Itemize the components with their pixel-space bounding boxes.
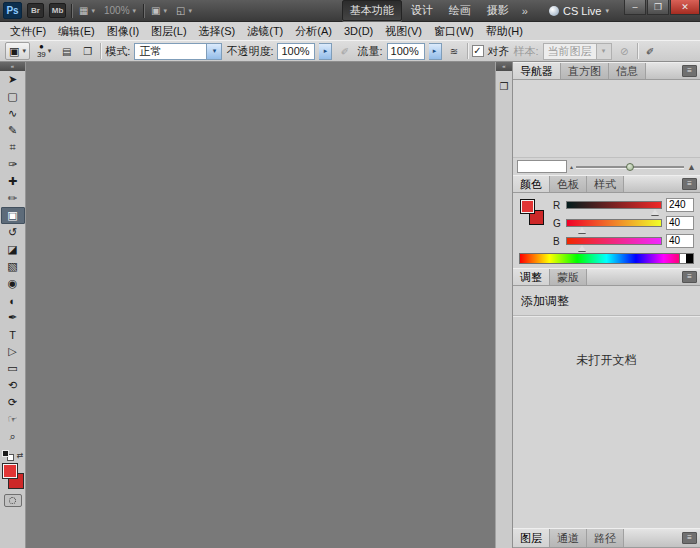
slider-thumb[interactable] bbox=[578, 227, 586, 233]
menu-3d[interactable]: 3D(D) bbox=[338, 23, 379, 39]
photoshop-logo[interactable]: Ps bbox=[3, 2, 22, 19]
tab-histogram[interactable]: 直方图 bbox=[561, 63, 609, 79]
color-ramp-black[interactable] bbox=[686, 254, 693, 263]
tab-masks[interactable]: 蒙版 bbox=[550, 269, 587, 285]
tool-rectangle-shape[interactable]: ▭ bbox=[1, 360, 25, 377]
workspace-overflow-button[interactable]: » bbox=[518, 5, 532, 17]
quick-mask-button[interactable] bbox=[4, 494, 22, 507]
slider-thumb[interactable] bbox=[651, 209, 659, 215]
tab-layers[interactable]: 图层 bbox=[513, 529, 550, 547]
opacity-field[interactable]: 100% bbox=[277, 43, 315, 60]
toggle-brush-panel-button[interactable]: ▤ bbox=[58, 43, 75, 60]
menu-view[interactable]: 视图(V) bbox=[379, 23, 428, 39]
sample-select[interactable]: 当前图层 ▾ bbox=[543, 43, 612, 60]
tab-styles[interactable]: 样式 bbox=[587, 176, 624, 192]
tab-navigator[interactable]: 导航器 bbox=[513, 63, 561, 79]
channel-g-value[interactable]: 40 bbox=[666, 216, 694, 230]
panel-menu-icon[interactable]: ≡ bbox=[682, 532, 697, 544]
cs-live-button[interactable]: CS Live ▾ bbox=[549, 5, 609, 17]
tab-paths[interactable]: 路径 bbox=[587, 529, 624, 547]
opacity-pressure-icon[interactable]: ✐ bbox=[336, 43, 353, 60]
slider-thumb[interactable] bbox=[626, 163, 634, 171]
tool-clone-stamp[interactable]: ▣ bbox=[1, 207, 25, 224]
toggle-clone-source-panel-button[interactable]: ❐ bbox=[79, 43, 96, 60]
menu-image[interactable]: 图像(I) bbox=[101, 23, 145, 39]
menu-edit[interactable]: 编辑(E) bbox=[52, 23, 101, 39]
minimize-button[interactable]: – bbox=[624, 0, 646, 15]
view-extras-button[interactable]: ▦ ▾ bbox=[77, 4, 97, 17]
tool-blur[interactable]: ◉ bbox=[1, 275, 25, 292]
tool-spot-healing-brush[interactable]: ✚ bbox=[1, 173, 25, 190]
tab-info[interactable]: 信息 bbox=[609, 63, 646, 79]
tool-move[interactable]: ➤ bbox=[1, 71, 25, 88]
blend-mode-select[interactable]: 正常 ▾ bbox=[134, 43, 222, 60]
flow-field[interactable]: 100% bbox=[387, 43, 425, 60]
ignore-adjustment-layers-icon[interactable]: ⊘ bbox=[616, 43, 633, 60]
airbrush-icon[interactable]: ≋ bbox=[446, 43, 463, 60]
default-colors-button[interactable] bbox=[2, 450, 14, 461]
menu-help[interactable]: 帮助(H) bbox=[480, 23, 529, 39]
color-ramp-white[interactable] bbox=[679, 254, 686, 263]
tool-rectangular-marquee[interactable]: ▢ bbox=[1, 88, 25, 105]
tool-pen[interactable]: ✒ bbox=[1, 309, 25, 326]
screen-mode-button[interactable]: ◱ ▾ bbox=[174, 4, 194, 17]
tab-adjustments[interactable]: 调整 bbox=[513, 269, 550, 285]
tool-crop[interactable]: ⌗ bbox=[1, 139, 25, 156]
foreground-color-swatch[interactable] bbox=[2, 463, 18, 479]
chevron-down-icon[interactable]: ▾ bbox=[206, 44, 221, 59]
flow-slider-button[interactable]: ▸ bbox=[429, 43, 442, 60]
tool-eyedropper[interactable]: ✑ bbox=[1, 156, 25, 173]
aligned-checkbox[interactable]: ✓ bbox=[472, 45, 484, 57]
channel-b-value[interactable]: 40 bbox=[666, 234, 694, 248]
tool-quick-selection[interactable]: ✎ bbox=[1, 122, 25, 139]
panel-menu-icon[interactable]: ≡ bbox=[682, 178, 697, 190]
foreground-color-swatch[interactable] bbox=[520, 199, 535, 214]
bridge-icon[interactable]: Br bbox=[27, 3, 44, 18]
mini-bridge-icon[interactable]: Mb bbox=[49, 3, 66, 18]
workspace-painting[interactable]: 绘画 bbox=[442, 1, 478, 20]
channel-g-slider[interactable] bbox=[566, 219, 662, 227]
tool-type[interactable]: T bbox=[1, 326, 25, 343]
tab-color[interactable]: 颜色 bbox=[513, 176, 550, 192]
menu-window[interactable]: 窗口(W) bbox=[428, 23, 480, 39]
channel-r-slider[interactable] bbox=[566, 201, 662, 209]
tool-lasso[interactable]: ∿ bbox=[1, 105, 25, 122]
maximize-button[interactable]: ❐ bbox=[647, 0, 669, 15]
workspace-design[interactable]: 设计 bbox=[404, 1, 440, 20]
tool-path-selection[interactable]: ▷ bbox=[1, 343, 25, 360]
menu-file[interactable]: 文件(F) bbox=[4, 23, 52, 39]
tool-zoom[interactable]: ⌕ bbox=[1, 428, 25, 445]
swap-colors-button[interactable]: ⇄ bbox=[17, 451, 24, 460]
brush-preset-picker[interactable]: ● 39 ▾ bbox=[34, 41, 54, 61]
tool-gradient[interactable]: ▧ bbox=[1, 258, 25, 275]
collapsed-panel-icon-button[interactable]: ❐ bbox=[497, 76, 512, 96]
expand-dock-button[interactable]: « bbox=[496, 62, 512, 71]
close-button[interactable]: ✕ bbox=[670, 0, 700, 15]
panel-menu-icon[interactable]: ≡ bbox=[682, 65, 697, 77]
tool-hand[interactable]: ☞ bbox=[1, 411, 25, 428]
size-pressure-icon[interactable]: ✐ bbox=[642, 43, 659, 60]
workspace-essentials[interactable]: 基本功能 bbox=[342, 0, 402, 21]
channel-b-slider[interactable] bbox=[566, 237, 662, 245]
slider-thumb[interactable] bbox=[578, 245, 586, 251]
navigator-zoom-field[interactable] bbox=[517, 160, 567, 173]
navigator-zoom-slider[interactable] bbox=[576, 161, 684, 173]
panel-menu-icon[interactable]: ≡ bbox=[682, 271, 697, 283]
tool-3d-object-rotate[interactable]: ⟲ bbox=[1, 377, 25, 394]
menu-filter[interactable]: 滤镜(T) bbox=[241, 23, 289, 39]
tool-preset-picker[interactable]: ▣ ▾ bbox=[5, 42, 30, 60]
zoom-in-icon[interactable]: ▲ bbox=[687, 162, 696, 172]
zoom-level-button[interactable]: 100% ▾ bbox=[102, 4, 138, 17]
opacity-slider-button[interactable]: ▸ bbox=[319, 43, 332, 60]
tool-history-brush[interactable]: ↺ bbox=[1, 224, 25, 241]
workspace-photography[interactable]: 摄影 bbox=[480, 1, 516, 20]
tab-channels[interactable]: 通道 bbox=[550, 529, 587, 547]
channel-r-value[interactable]: 240 bbox=[666, 198, 694, 212]
color-ramp[interactable] bbox=[519, 253, 694, 264]
tool-3d-camera-rotate[interactable]: ⟳ bbox=[1, 394, 25, 411]
arrange-documents-button[interactable]: ▣ ▾ bbox=[149, 4, 169, 17]
tool-dodge[interactable]: ◐ bbox=[1, 292, 25, 309]
zoom-out-icon[interactable]: ▴ bbox=[570, 163, 573, 170]
menu-layer[interactable]: 图层(L) bbox=[145, 23, 192, 39]
tool-brush[interactable]: ✏ bbox=[1, 190, 25, 207]
